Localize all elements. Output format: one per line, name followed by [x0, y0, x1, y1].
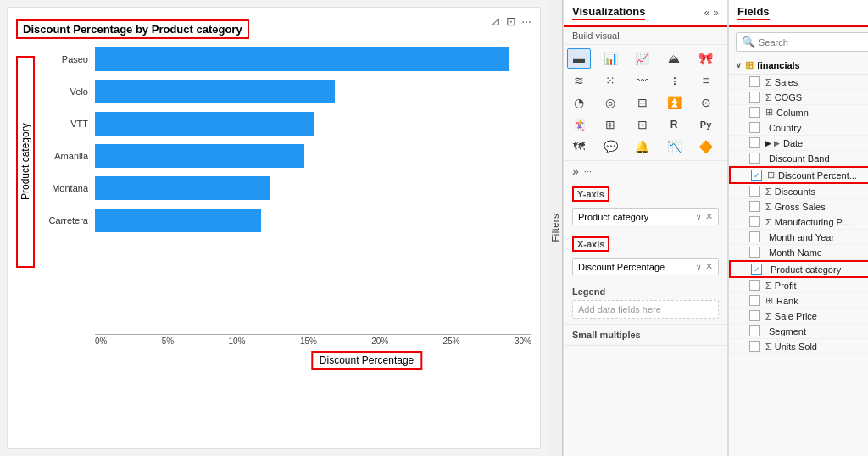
field-checkbox[interactable] — [749, 122, 760, 133]
fields-list-item[interactable]: Segment — [729, 324, 868, 339]
bar-label: Velo — [40, 86, 95, 97]
viz-y-axis-field-tag[interactable]: Product category ∨ ✕ — [572, 208, 719, 225]
field-checkbox[interactable] — [749, 201, 760, 212]
viz-x-axis-field-tag[interactable]: Discount Percentage ∨ ✕ — [572, 258, 719, 275]
viz-icon-matrix[interactable]: ⊡ — [631, 114, 654, 135]
expand-icon[interactable]: ⊡ — [506, 14, 516, 28]
viz-icon-treemap[interactable]: ⊟ — [631, 92, 654, 113]
field-name: Country — [769, 123, 802, 133]
viz-icon-line2[interactable]: 〰 — [631, 70, 654, 91]
bar-fill[interactable] — [95, 47, 509, 71]
viz-icon-area[interactable]: ⛰ — [662, 48, 686, 69]
fields-list-item[interactable]: ΣSales — [729, 75, 868, 90]
viz-icon-R[interactable]: R — [662, 114, 686, 135]
viz-icon-custom1[interactable]: 💬 — [598, 136, 622, 157]
bar-fill[interactable] — [95, 209, 261, 232]
fields-list-item[interactable]: ⊞Rank — [729, 293, 868, 309]
viz-icon-custom2[interactable]: 🔔 — [631, 136, 654, 157]
field-checkbox[interactable] — [749, 153, 760, 164]
viz-icon-custom4[interactable]: 🔶 — [694, 136, 718, 157]
field-checkbox[interactable] — [749, 310, 760, 321]
field-checkbox[interactable] — [749, 137, 760, 148]
field-checkbox[interactable] — [749, 186, 760, 197]
viz-legend-empty[interactable]: Add data fields here — [572, 300, 719, 319]
chart-title: Discount Percentage by Product category — [16, 19, 249, 39]
viz-more-dots[interactable]: ··· — [584, 166, 592, 176]
fields-search-box[interactable]: 🔍 — [736, 32, 868, 52]
field-checkbox[interactable] — [749, 231, 760, 242]
viz-x-axis-chevron-icon[interactable]: ∨ — [696, 263, 702, 271]
bar-row: VTT — [40, 112, 531, 136]
bar-track — [95, 144, 531, 168]
fields-list-item[interactable]: Month and Year — [729, 230, 868, 245]
bar-fill[interactable] — [95, 112, 314, 136]
viz-chevron-left[interactable]: « — [704, 7, 710, 19]
viz-icon-combo[interactable]: ⫶ — [662, 70, 686, 91]
field-checkbox[interactable] — [749, 295, 760, 306]
fields-list-item[interactable]: ΣUnits Sold — [729, 339, 868, 354]
viz-chevron-right[interactable]: » — [713, 7, 719, 19]
field-type-icon: Σ — [765, 92, 771, 103]
bar-fill[interactable] — [95, 176, 270, 200]
field-checkbox[interactable] — [749, 325, 760, 336]
viz-y-axis-remove-icon[interactable]: ✕ — [705, 211, 713, 222]
fields-list-item[interactable]: Month Name — [729, 245, 868, 260]
viz-title: Visualizations — [572, 5, 645, 20]
viz-icon-card[interactable]: 🃏 — [567, 114, 591, 135]
fields-list-item[interactable]: ΣGross Sales — [729, 199, 868, 214]
viz-icon-column-chart[interactable]: 📊 — [598, 48, 622, 69]
fields-list-item[interactable]: Discount Band — [729, 151, 868, 166]
field-checkbox[interactable] — [749, 76, 760, 87]
search-input[interactable] — [759, 37, 868, 47]
x-tick: 25% — [443, 336, 460, 346]
viz-icon-python[interactable]: Py — [694, 114, 718, 135]
bar-fill[interactable] — [95, 144, 304, 168]
fields-list-item[interactable]: Country — [729, 120, 868, 136]
viz-icon-ribbon[interactable]: 🎀 — [694, 48, 718, 69]
viz-x-axis-remove-icon[interactable]: ✕ — [705, 261, 713, 272]
fields-list-item[interactable]: ⊞Column — [729, 105, 868, 120]
fields-title: Fields — [737, 5, 770, 20]
viz-icon-scatter[interactable]: ⁙ — [598, 70, 622, 91]
viz-icon-funnel[interactable]: ⏫ — [662, 92, 686, 113]
viz-y-axis-chevron-icon[interactable]: ∨ — [696, 213, 702, 221]
viz-icon-line[interactable]: 📈 — [631, 48, 654, 69]
bar-fill[interactable] — [95, 80, 335, 103]
field-checkbox[interactable] — [749, 107, 760, 118]
viz-icon-custom3[interactable]: 📉 — [662, 136, 686, 157]
field-checkbox[interactable] — [749, 216, 760, 227]
field-checkbox[interactable] — [749, 247, 760, 258]
viz-icon-table[interactable]: ⊞ — [598, 114, 622, 135]
fields-table-header[interactable]: ∨ ⊞ financials — [729, 57, 868, 75]
field-name: Sale Price — [775, 311, 817, 321]
field-checkbox[interactable] — [751, 170, 762, 181]
fields-list-item[interactable]: ΣProfit — [729, 278, 868, 293]
field-checkbox[interactable] — [749, 92, 760, 103]
viz-icon-100pct[interactable]: ≡ — [694, 70, 718, 91]
field-type-icon: ⊞ — [765, 295, 773, 306]
viz-icon-gauge[interactable]: ⊙ — [694, 92, 718, 113]
viz-icon-donut[interactable]: ◎ — [598, 92, 622, 113]
viz-icon-pie[interactable]: ◔ — [567, 92, 591, 113]
filter-icon[interactable]: ⊿ — [491, 14, 501, 28]
fields-list-item[interactable]: ΣCOGS — [729, 90, 868, 105]
fields-list-item[interactable]: ΣManufacturing P... — [729, 214, 868, 230]
fields-list-item[interactable]: ▶▶Date — [729, 136, 868, 151]
viz-icon-map[interactable]: 🗺 — [567, 136, 591, 157]
viz-x-axis-label: X-axis — [572, 236, 609, 252]
viz-icons-row1: ▬ 📊 📈 ⛰ 🎀 ≋ ⁙ 〰 ⫶ ≡ ◔ ◎ ⊟ ⏫ ⊙ 🃏 ⊞ ⊡ R Py… — [564, 45, 727, 161]
chart-toolbar: ⊿ ⊡ ··· — [491, 14, 531, 28]
field-name: COGS — [775, 92, 802, 103]
fields-list-item[interactable]: ⊞Discount Percent... — [729, 166, 868, 184]
fields-list-item[interactable]: Product category — [729, 260, 868, 278]
fields-list-item[interactable]: ΣDiscounts — [729, 184, 868, 199]
viz-collapse-arrows[interactable]: « » — [704, 7, 719, 19]
viz-icon-bar[interactable]: ▬ — [567, 48, 591, 69]
field-checkbox[interactable] — [749, 280, 760, 291]
field-checkbox[interactable] — [749, 341, 760, 352]
more-icon[interactable]: ··· — [521, 14, 531, 28]
fields-list-item[interactable]: ΣSale Price — [729, 309, 868, 324]
field-checkbox[interactable] — [751, 264, 762, 275]
viz-icon-waterfall[interactable]: ≋ — [567, 70, 591, 91]
viz-more-arrow[interactable]: » — [572, 164, 579, 178]
